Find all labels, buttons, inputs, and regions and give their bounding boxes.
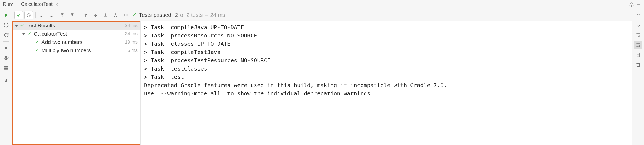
- run-label: Run:: [3, 2, 13, 7]
- tree-test-time: 5 ms: [127, 48, 138, 53]
- console-line: > Task :compileTestJava: [144, 48, 629, 56]
- next-failed-icon[interactable]: [91, 11, 100, 19]
- check-icon: [27, 31, 32, 37]
- scroll-up-icon[interactable]: [634, 11, 642, 19]
- tab-title: CalculatorTest: [21, 1, 53, 7]
- show-ignored-icon[interactable]: [24, 11, 33, 19]
- right-gutter: [632, 9, 644, 145]
- svg-rect-2: [5, 47, 7, 49]
- check-icon: [132, 12, 137, 18]
- rerun-failed-icon[interactable]: [2, 21, 10, 29]
- console-line: > Task :test: [144, 73, 629, 81]
- show-passed-icon[interactable]: [14, 11, 23, 19]
- console-line: > Task :classes UP-TO-DATE: [144, 40, 629, 48]
- gear-icon[interactable]: [628, 1, 635, 8]
- overflow-chevrons[interactable]: >>: [123, 13, 129, 18]
- scroll-down-icon[interactable]: [634, 21, 642, 29]
- svg-rect-4: [4, 66, 6, 67]
- pin-icon[interactable]: [2, 77, 10, 85]
- console-line: > Task :compileJava UP-TO-DATE: [144, 23, 629, 31]
- minimize-icon[interactable]: [635, 1, 642, 8]
- expand-all-icon[interactable]: [58, 11, 67, 19]
- test-tree[interactable]: Test Results 24 ms CalculatorTest 24 ms …: [12, 21, 140, 145]
- history-icon[interactable]: [111, 11, 120, 19]
- layout-icon[interactable]: [2, 64, 10, 72]
- svg-point-3: [5, 57, 7, 59]
- run-config-tab[interactable]: CalculatorTest ✕: [17, 0, 61, 9]
- check-icon: [20, 23, 24, 29]
- print-icon[interactable]: [634, 51, 642, 59]
- test-toolbar: az >>: [12, 9, 632, 21]
- chevron-down-icon[interactable]: [22, 32, 26, 36]
- soft-wrap-icon[interactable]: [634, 31, 642, 39]
- collapse-all-icon[interactable]: [68, 11, 77, 19]
- status-prefix: Tests passed:: [139, 12, 173, 18]
- export-results-icon[interactable]: [101, 11, 110, 19]
- svg-text:z: z: [43, 15, 43, 17]
- status-of: of 2 tests: [180, 12, 203, 18]
- tree-suite[interactable]: CalculatorTest 24 ms: [13, 30, 140, 38]
- status-dash: –: [205, 12, 208, 18]
- console-line: > Task :processResources NO-SOURCE: [144, 31, 629, 40]
- svg-text:a: a: [43, 13, 44, 15]
- svg-rect-5: [6, 66, 8, 67]
- test-summary: Tests passed: 2 of 2 tests – 24 ms: [132, 12, 225, 18]
- tree-suite-time: 24 ms: [125, 31, 138, 37]
- trash-icon[interactable]: [634, 61, 642, 69]
- svg-rect-13: [637, 55, 640, 57]
- scroll-to-end-icon[interactable]: [634, 41, 642, 49]
- check-icon: [35, 39, 39, 45]
- console-line: > Task :processTestResources NO-SOURCE: [144, 56, 629, 65]
- tree-test-label: Multiply two numbers: [41, 47, 91, 53]
- sort-duration-icon[interactable]: [48, 11, 57, 19]
- rerun-icon[interactable]: [2, 11, 10, 19]
- console-line: > Task :testClasses: [144, 65, 629, 73]
- stop-icon[interactable]: [2, 44, 10, 52]
- toggle-auto-test-icon[interactable]: [2, 31, 10, 39]
- left-gutter: [0, 9, 12, 145]
- tree-suite-label: CalculatorTest: [34, 31, 67, 37]
- status-passed-count: 2: [175, 12, 178, 18]
- svg-rect-7: [6, 68, 8, 70]
- console-line: Use '--warning-mode all' to show the ind…: [144, 89, 629, 98]
- prev-failed-icon[interactable]: [81, 11, 90, 19]
- tree-test-label: Add two numbers: [41, 39, 82, 45]
- tree-test[interactable]: Add two numbers 19 ms: [13, 38, 140, 46]
- tree-test-time: 19 ms: [125, 39, 138, 45]
- console-line: Deprecated Gradle features were used in …: [144, 81, 629, 89]
- tree-root-time: 24 ms: [125, 23, 138, 28]
- tree-test[interactable]: Multiply two numbers 5 ms: [13, 46, 140, 55]
- status-total-time: 24 ms: [210, 12, 225, 18]
- sort-alpha-icon[interactable]: az: [38, 11, 47, 19]
- console-output[interactable]: > Task :compileJava UP-TO-DATE > Task :p…: [140, 21, 632, 145]
- tree-root[interactable]: Test Results 24 ms: [13, 22, 140, 30]
- svg-rect-6: [4, 68, 6, 70]
- run-tool-header: Run: CalculatorTest ✕: [0, 0, 644, 9]
- svg-point-0: [631, 4, 632, 5]
- check-icon: [35, 47, 39, 53]
- tree-root-label: Test Results: [27, 23, 55, 29]
- close-icon[interactable]: ✕: [55, 2, 59, 7]
- chevron-down-icon[interactable]: [14, 23, 19, 28]
- show-hidden-icon[interactable]: [2, 54, 10, 62]
- svg-line-9: [28, 14, 30, 16]
